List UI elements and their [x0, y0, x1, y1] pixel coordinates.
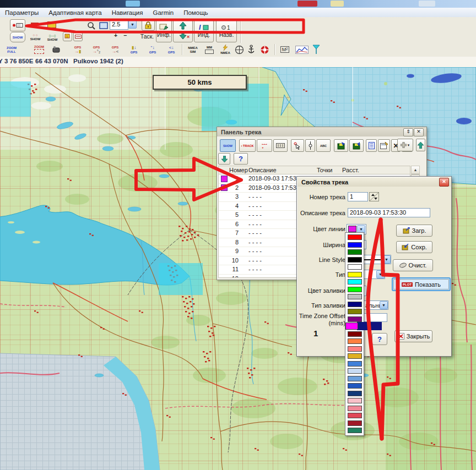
track-control-button[interactable]: [273, 139, 288, 152]
desktop-icon[interactable]: [419, 1, 435, 7]
dialog-close-button[interactable]: ✕: [439, 178, 449, 187]
palette-color[interactable]: [348, 391, 362, 396]
map-lock-button[interactable]: [142, 19, 155, 31]
dialog-help-button[interactable]: ?: [372, 333, 387, 345]
show-track-on-map-button[interactable]: PLOT Показать: [392, 277, 451, 291]
desktop-icon[interactable]: [331, 1, 344, 7]
palette-selected-swatch[interactable]: [345, 323, 358, 330]
column-number[interactable]: Номер: [229, 167, 248, 173]
palette-color[interactable]: [348, 234, 362, 240]
track-record-button[interactable]: [10, 19, 25, 31]
indication-button[interactable]: I Инд.: [194, 19, 214, 42]
antenna-icon[interactable]: [312, 45, 320, 54]
show-map-button[interactable]: SHOW: [10, 32, 25, 42]
show-track-button[interactable]: SHOW: [220, 139, 236, 152]
track-list-button[interactable]: [366, 139, 377, 152]
show-tracks-button[interactable]: ▯—▯ SHOW: [45, 32, 60, 42]
column-distance[interactable]: Расст.: [342, 167, 359, 173]
moving-map-button[interactable]: MM: [203, 43, 216, 56]
toolbar-icon[interactable]: [31, 23, 39, 26]
rollup-button[interactable]: ⇕: [403, 128, 413, 136]
gps-download-tracks-button[interactable]: <↓ GPS: [164, 43, 178, 56]
palette-color[interactable]: [348, 287, 362, 292]
tz-offset-input[interactable]: [363, 313, 387, 322]
clear-button[interactable]: Очист.: [393, 259, 433, 271]
palette-color[interactable]: [348, 316, 362, 322]
palette-color[interactable]: [348, 279, 362, 285]
gps-download-routes-button[interactable]: "↓ GPS: [145, 43, 160, 56]
palette-color[interactable]: [348, 309, 362, 314]
palette-color[interactable]: [348, 420, 362, 426]
track-properties-button[interactable]: [378, 139, 390, 152]
gps-upload-tracks-button[interactable]: GPS →<: [108, 43, 122, 56]
fill-type-dropdown-button[interactable]: ▼: [380, 301, 388, 309]
menu-item[interactable]: Адаптивная карта: [44, 9, 106, 16]
line-style-dropdown-button[interactable]: ▼: [382, 255, 391, 264]
info-button[interactable]: Инф.: [156, 19, 172, 42]
move-up-button[interactable]: [416, 139, 425, 151]
palette-color[interactable]: [348, 428, 362, 433]
nmea-sim-button[interactable]: NMEA SIM: [185, 43, 201, 56]
zoom-in-button[interactable]: +: [112, 32, 120, 39]
add-to-map-dropdown-button[interactable]: ▼: [397, 139, 413, 151]
anchor-icon[interactable]: [247, 45, 255, 55]
nmea-button[interactable]: NMEA: [219, 43, 231, 56]
column-description[interactable]: Описание: [248, 167, 277, 173]
device-button[interactable]: [51, 43, 62, 56]
close-button[interactable]: Закрыть: [394, 330, 432, 342]
load-track-button[interactable]: [334, 139, 348, 152]
area-measure-button[interactable]: M²: [279, 44, 291, 55]
scroll-up-button[interactable]: ▲: [412, 166, 419, 174]
palette-color[interactable]: [348, 406, 362, 411]
add-track-point-button[interactable]: •-•-•+: [257, 139, 272, 152]
palette-color[interactable]: [348, 294, 362, 299]
close-panel-button[interactable]: ✕: [414, 128, 424, 136]
magnifier-icon[interactable]: [87, 21, 96, 30]
gps-upload-routes-button[interactable]: GPS →°₂: [89, 43, 104, 56]
menu-item[interactable]: Garmin: [148, 9, 178, 16]
load-button[interactable]: Загр.: [396, 225, 432, 237]
zoom-full-button[interactable]: ZOOM FULL: [2, 43, 21, 56]
zoom-dropdown-button[interactable]: ▼: [128, 20, 137, 29]
palette-color[interactable]: [348, 346, 362, 352]
track-label-button[interactable]: ABC: [316, 139, 331, 152]
menu-item[interactable]: Навигация: [107, 9, 148, 16]
life-ring-icon[interactable]: [260, 45, 269, 54]
palette-color[interactable]: [348, 242, 362, 248]
number-spinner[interactable]: [369, 192, 379, 201]
zoom-out-button[interactable]: −: [121, 32, 129, 39]
toolbar-icon[interactable]: [47, 21, 56, 28]
select-track-point-button[interactable]: [291, 139, 304, 152]
names-button[interactable]: 1 Назв.: [216, 19, 237, 42]
column-points[interactable]: Точки: [317, 167, 332, 173]
desktop-icon[interactable]: [298, 1, 317, 7]
palette-color[interactable]: [348, 413, 362, 418]
zoom-selection-button[interactable]: ZOOM: [31, 43, 47, 56]
palette-color[interactable]: [348, 338, 362, 344]
ruler-button[interactable]: [73, 32, 83, 41]
palette-color[interactable]: [348, 353, 362, 359]
type-dropdown-button[interactable]: ▼: [376, 270, 385, 278]
palette-color[interactable]: [348, 264, 362, 270]
palette-color[interactable]: [348, 361, 362, 367]
split-track-button[interactable]: [305, 139, 315, 152]
gps-download-waypoints-button[interactable]: ▮↓ GPS: [127, 43, 141, 56]
palette-color[interactable]: [348, 249, 362, 255]
track-number-input[interactable]: 1: [348, 192, 368, 201]
gps-upload-waypoints-button[interactable]: GPS →▮: [71, 43, 85, 56]
zoom-level-input[interactable]: 2.5: [110, 20, 128, 30]
desktop-icon[interactable]: [126, 1, 140, 7]
palette-color[interactable]: [348, 383, 362, 389]
elevation-chart-icon[interactable]: [295, 46, 309, 54]
map-window-icon[interactable]: [99, 22, 108, 29]
waypoint-arrows-button[interactable]: ×: [173, 19, 193, 42]
palette-color[interactable]: [348, 398, 362, 403]
palette-color[interactable]: [348, 368, 362, 374]
track-panel-titlebar[interactable]: Панель трека: [217, 127, 426, 136]
track-description-input[interactable]: 2018-09-03 17:53:30: [348, 208, 430, 217]
palette-color[interactable]: [348, 331, 362, 337]
menu-item[interactable]: Параметры: [0, 9, 44, 16]
palette-color[interactable]: [348, 302, 362, 307]
dialog-titlebar[interactable]: Свойства трека: [298, 177, 451, 187]
flag-button[interactable]: 1: [63, 32, 72, 41]
